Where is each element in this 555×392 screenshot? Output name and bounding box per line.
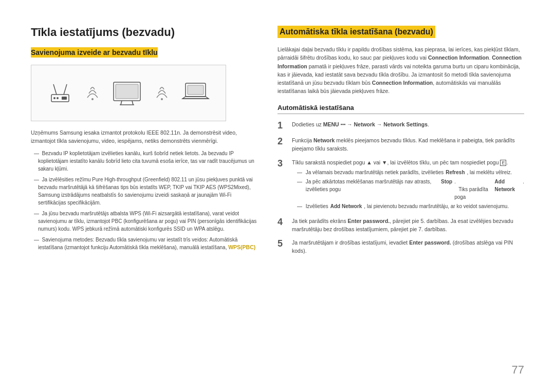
svg-point-4 [57, 97, 59, 99]
svg-line-10 [132, 101, 133, 105]
router-icon [47, 80, 73, 106]
svg-line-0 [53, 84, 57, 95]
network-diagram [31, 65, 226, 121]
svg-point-6 [91, 98, 94, 100]
wifi-left [85, 82, 100, 104]
step-1-text: Dodieties uz MENU ▪▪▪ → Network → Networ… [292, 120, 524, 128]
svg-rect-14 [188, 85, 203, 95]
step-3-sub-1: Ja vēlamais bezvadu maršrutētājs netiek … [297, 169, 524, 176]
step-3-text: Tīklu sarakstā nospiediet pogu ▲ vai ▼, … [292, 158, 524, 212]
step-3-sub-3: Izvēlieties Add Network, lai pievienotu … [297, 202, 524, 210]
svg-point-12 [161, 98, 163, 100]
step-1: 1 Dodieties uz MENU ▪▪▪ → Network → Netw… [278, 120, 524, 132]
tv-item [112, 80, 142, 106]
svg-line-1 [64, 84, 67, 95]
wps-link[interactable]: WPS(PBC) [228, 244, 255, 250]
section-title-left: Savienojuma izveide ar bezvadu tīklu [31, 47, 158, 58]
wifi-right [154, 82, 170, 104]
right-intro-text: Lielākajai daļai bezvadu tīklu ir papild… [278, 45, 524, 96]
left-column: Tīkla iestatījums (bezvadu) Savienojuma … [31, 26, 257, 371]
step-2-number: 2 [278, 136, 287, 147]
svg-point-3 [53, 97, 55, 99]
tv-icon [112, 80, 142, 106]
step-3-sub-2: Ja pēc atkārtotas meklēšanas maršrutētāj… [297, 178, 524, 201]
step-1-number: 1 [278, 120, 287, 132]
svg-rect-8 [116, 84, 138, 99]
bold-connection1: Connection Information [428, 54, 489, 61]
step-4-text: Ja tiek parādīts ekrāns Enter password.,… [292, 217, 524, 234]
dash-item-4: Savienojuma metodes: Bezvadu tīkla savie… [31, 236, 257, 252]
step-3-number: 3 [278, 158, 287, 170]
page-number: 77 [512, 363, 524, 377]
step-5-number: 5 [278, 238, 287, 250]
step-2-text: Funkcija Network meklēs pieejamos bezvad… [292, 136, 524, 153]
right-section-title: Automātiska tīkla iestatīšana (bezvadu) [278, 26, 435, 38]
step-4-number: 4 [278, 217, 287, 228]
sub-section-title: Automātiskā iestatīšana [278, 104, 524, 114]
wifi-waves-left-icon [85, 82, 100, 103]
body-para-1: Uzņēmums Samsung iesaka izmantot protoko… [31, 128, 257, 145]
step-5: 5 Ja maršrutētājam ir drošības iestatīju… [278, 238, 524, 255]
laptop-icon [181, 80, 210, 106]
right-column: Automātiska tīkla iestatīšana (bezvadu) … [278, 26, 524, 371]
step-2: 2 Funkcija Network meklēs pieejamos bezv… [278, 136, 524, 153]
step-5-text: Ja maršrutētājam ir drošības iestatījumi… [292, 238, 524, 255]
router-item [47, 80, 73, 106]
svg-rect-5 [62, 97, 67, 100]
bold-connection3: Connection Information [372, 80, 433, 86]
step-3: 3 Tīklu sarakstā nospiediet pogu ▲ vai ▼… [278, 158, 524, 212]
two-column-layout: Tīkla iestatījums (bezvadu) Savienojuma … [31, 26, 524, 371]
laptop-item [181, 80, 210, 106]
dash-item-2: Ja izvēlēsities režīmu Pure High-through… [31, 176, 257, 207]
wifi-waves-right-icon [154, 82, 170, 103]
step-3-sub: Ja vēlamais bezvadu maršrutētājs netiek … [292, 169, 524, 210]
page: Tīkla iestatījums (bezvadu) Savienojuma … [0, 0, 555, 392]
dash-item-1: Bezvadu IP koplietotājam izvēlieties kan… [31, 150, 257, 173]
dash-item-3: Ja jūsu bezvadu maršrutētājs atbalsta WP… [31, 210, 257, 233]
step-4: 4 Ja tiek parādīts ekrāns Enter password… [278, 217, 524, 234]
svg-line-9 [121, 101, 122, 105]
steps-list: 1 Dodieties uz MENU ▪▪▪ → Network → Netw… [278, 120, 524, 255]
main-title: Tīkla iestatījums (bezvadu) [31, 26, 257, 39]
